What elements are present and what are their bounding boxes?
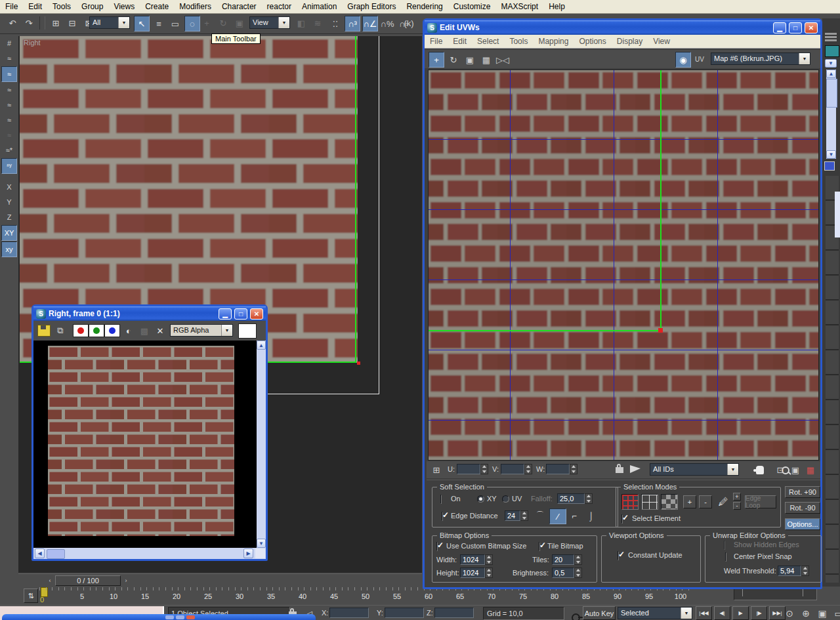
scroll-down-arrow-icon[interactable]: ▼ (826, 150, 836, 159)
use-custom-bitmap-size-checkbox[interactable] (436, 542, 438, 551)
align-icon[interactable]: ≋ (310, 16, 325, 30)
menu-item[interactable]: Modifiers (174, 1, 217, 12)
reference-coordinate-dropdown[interactable]: View (249, 16, 290, 29)
v-value-field[interactable] (501, 464, 524, 474)
menu-item[interactable]: Character (217, 1, 262, 12)
clear-image-icon[interactable]: ✕ (153, 323, 167, 338)
face-mode-button[interactable] (661, 494, 678, 510)
edge-loop-button[interactable]: Edge Loop (745, 495, 776, 508)
snap-vertex-icon[interactable]: ≈ (1, 66, 17, 82)
vertex-mode-button[interactable] (621, 494, 639, 510)
uvw-menu-item[interactable]: Display (612, 35, 648, 47)
edge-distance-checkbox[interactable] (442, 512, 443, 521)
background-color-swatch[interactable] (238, 323, 257, 339)
select-element-checkbox[interactable] (621, 514, 623, 524)
rotate-uv-icon[interactable]: ↻ (446, 52, 461, 67)
select-by-name-icon[interactable]: ≡ (152, 16, 166, 31)
scrollbar-thumb[interactable] (47, 549, 65, 559)
scroll-up-arrow-icon[interactable]: ▲ (257, 341, 266, 350)
next-frame-arrow-icon[interactable]: › (122, 575, 130, 586)
menu-item[interactable]: Graph Editors (342, 1, 401, 12)
rotate-minus90-button[interactable]: Rot. -90 (785, 502, 820, 514)
channel-display-dropdown[interactable]: RGB Alpha (170, 324, 233, 337)
select-and-move-icon[interactable]: + (200, 16, 214, 30)
height-field[interactable]: 1024 (460, 568, 485, 578)
dropdown-arrow-icon[interactable]: ▼ (825, 59, 837, 68)
tiles-spinner[interactable] (574, 554, 582, 565)
height-spinner[interactable] (485, 568, 493, 578)
unlink-selection-icon[interactable]: ⊟ (65, 16, 79, 30)
tiles-field[interactable]: 20 (552, 554, 574, 565)
menu-item[interactable]: Animation (297, 1, 342, 12)
uv-canvas[interactable] (428, 70, 819, 461)
mirror-uv-icon[interactable]: ▷◁ (495, 52, 510, 67)
clone-window-icon[interactable]: ⧉ (53, 323, 68, 338)
green-channel-button[interactable] (89, 324, 104, 337)
scroll-right-arrow-icon[interactable]: ▶ (243, 548, 253, 558)
edge-distance-field[interactable]: 24 (505, 510, 520, 521)
rectangular-selection-region-icon[interactable]: ▭ (168, 16, 182, 31)
selected-uv-vertex[interactable] (658, 328, 663, 333)
uvw-menu-item[interactable]: Options (574, 35, 611, 47)
zoom-icon[interactable]: ⊙ (782, 606, 797, 620)
uv-radio[interactable] (502, 495, 509, 503)
menu-item[interactable]: File (0, 1, 23, 12)
falloff-curve-linear-icon[interactable]: ∕ (549, 508, 566, 524)
scale-uv-icon[interactable]: ▣ (463, 52, 477, 67)
filter-selected-faces-icon[interactable] (630, 465, 640, 473)
uvw-menu-item[interactable]: Select (472, 35, 504, 47)
axis-xy-button[interactable]: XY (1, 225, 17, 241)
show-hidden-edges-checkbox[interactable] (724, 541, 725, 550)
minimize-button[interactable] (165, 615, 174, 619)
axis-xy2-button[interactable]: xy (1, 241, 17, 257)
redo-icon[interactable]: ↷ (22, 16, 36, 30)
select-and-rotate-icon[interactable]: ↻ (216, 16, 230, 30)
menu-item[interactable]: Rendering (401, 1, 448, 12)
maximize-button[interactable]: □ (789, 22, 802, 33)
uvw-snap-grid-icon[interactable]: # (2, 36, 16, 51)
render-vertical-scrollbar[interactable]: ▲ ▼ (257, 341, 266, 548)
minimize-button[interactable]: ▁ (219, 308, 232, 320)
pan-hand-icon[interactable] (756, 466, 764, 474)
uvw-titlebar[interactable]: S Edit UVWs ▁ □ ✕ (425, 20, 820, 35)
uvw-menu-item[interactable]: File (425, 35, 448, 47)
u-spinner[interactable] (480, 464, 488, 474)
snap-face-icon[interactable]: ≈ (2, 113, 16, 127)
snap-toggle-3d-icon[interactable]: ∩³ (345, 16, 360, 31)
constant-update-checkbox[interactable] (618, 551, 619, 560)
show-map-icon[interactable]: ◉ (675, 52, 691, 68)
render-window-titlebar[interactable]: S Right, frame 0 (1:1) ▁ □ ✕ (33, 306, 266, 321)
uvw-menu-item[interactable]: Tools (504, 35, 533, 47)
absolute-mode-icon[interactable]: ⊞ (429, 463, 444, 477)
uvw-menu-item[interactable]: Edit (448, 35, 472, 47)
zoom-region-icon[interactable]: ⊡ (773, 463, 788, 477)
brush-larger-button[interactable]: + (733, 493, 741, 501)
snap-xy-icon[interactable]: ⁿʸ (1, 158, 17, 174)
paint-select-brush-icon[interactable]: 🖉 (716, 494, 730, 508)
alpha-channel-icon[interactable]: ▩ (137, 323, 152, 338)
scrollbar-thumb[interactable] (826, 79, 837, 108)
axis-x-button[interactable]: X (2, 180, 16, 194)
grow-selection-button[interactable]: + (683, 495, 696, 508)
zoom-extents-icon[interactable]: ▣ (788, 463, 803, 477)
menu-item[interactable]: Group (76, 1, 108, 12)
axis-z-button[interactable]: Z (2, 210, 16, 224)
uvw-menu-item[interactable]: View (648, 35, 675, 47)
freeform-mode-icon[interactable]: ▦ (479, 52, 494, 67)
auto-key-button[interactable]: Auto Key (583, 606, 616, 620)
open-mini-curve-editor-icon[interactable]: ⇅ (24, 589, 38, 603)
w-value-field[interactable] (546, 464, 570, 474)
snap-all-icon[interactable]: ≈* (2, 143, 16, 157)
close-button[interactable] (186, 615, 195, 619)
uvw-menu-item[interactable]: Mapping (533, 35, 574, 47)
maximize-button[interactable]: □ (234, 308, 247, 320)
options-button[interactable]: Options... (785, 518, 820, 530)
x-coordinate-field[interactable] (329, 608, 369, 618)
render-horizontal-scrollbar[interactable]: ◀ ▶ (33, 548, 266, 559)
falloff-curve-fast-icon[interactable]: ⌡ (583, 508, 599, 523)
percent-snap-icon[interactable]: ∩% (380, 16, 394, 31)
edge-mode-button[interactable] (641, 494, 658, 510)
keyboard-shortcut-override-icon[interactable]: (k) (402, 16, 416, 30)
snaps-use-axis-constraints-icon[interactable]: ⁚⁚ (328, 16, 343, 31)
blue-channel-button[interactable] (104, 324, 120, 337)
